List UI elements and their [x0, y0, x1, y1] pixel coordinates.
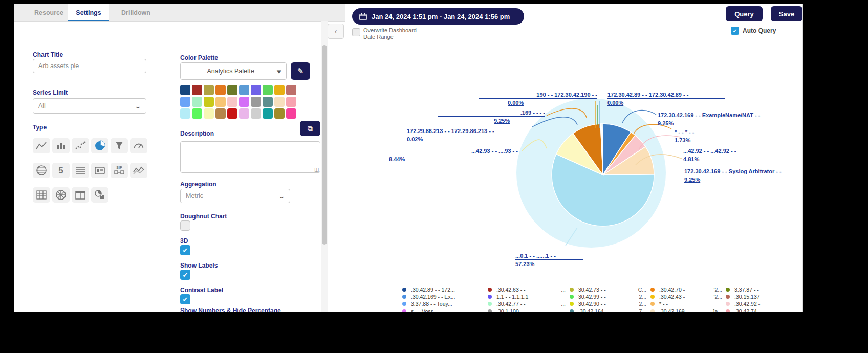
legend-item[interactable]: .30.42.89 - - 172...: [402, 286, 483, 293]
palette-swatch[interactable]: [251, 97, 261, 107]
pie-slice-percent[interactable]: 1.73%: [675, 137, 690, 143]
palette-swatch[interactable]: [192, 85, 202, 95]
palette-swatch[interactable]: [286, 97, 296, 107]
edit-palette-button[interactable]: ✎: [291, 62, 310, 80]
type-button-sip-topology[interactable]: SIP: [111, 163, 128, 178]
palette-swatch[interactable]: [180, 97, 190, 107]
pie-slice-label-text[interactable]: 172.30.42.169 - - ExampleName/NAT - -: [658, 112, 776, 119]
palette-swatch[interactable]: [274, 97, 285, 107]
pie-slice-percent[interactable]: 9.25%: [658, 120, 674, 126]
palette-swatch[interactable]: [180, 108, 190, 119]
chart-title-input[interactable]: Arb assets pie: [33, 59, 146, 73]
pie-slice-label-text[interactable]: 172.30.42.89 - - 172.30.42.89 - -: [607, 92, 725, 99]
toggle-checkbox-contrast-label[interactable]: ✔: [180, 294, 190, 304]
pie-slice-percent[interactable]: 0.00%: [508, 100, 524, 106]
type-button-pie-chart[interactable]: [91, 138, 108, 153]
palette-swatch[interactable]: [286, 108, 296, 119]
pie-slice-label-text[interactable]: 190 - - 172.30.42.190 - -: [479, 92, 597, 99]
legend-item[interactable]: .30.42.164 -7...: [570, 308, 646, 312]
palette-swatch[interactable]: [263, 108, 273, 119]
legend-item[interactable]: 30.42.90 - -2...: [570, 301, 646, 307]
pie-slice-label-text[interactable]: 172.30.42.169 - - Syslog Arbitrator - -: [684, 168, 800, 175]
tab-drilldown[interactable]: Drilldown: [114, 4, 158, 21]
left-panel-scrollbar-thumb[interactable]: [322, 45, 327, 245]
legend-item[interactable]: .30.42.43 -'2...: [650, 294, 722, 300]
overwrite-dashboard-checkbox[interactable]: [352, 28, 360, 36]
pie-slice-label-text[interactable]: ...42.92 - - ...42.92 - -: [683, 148, 766, 155]
description-textarea[interactable]: [180, 141, 320, 173]
palette-swatch[interactable]: [180, 85, 190, 95]
pie-slice-label-text[interactable]: .169 - - - -: [438, 109, 545, 117]
aggregation-select[interactable]: Metric ⌄: [180, 189, 290, 203]
tab-resource[interactable]: Resource: [30, 4, 68, 21]
palette-swatch[interactable]: [215, 85, 226, 95]
legend-item[interactable]: .30.42.92 -: [726, 301, 790, 307]
save-button[interactable]: Save: [771, 6, 802, 21]
palette-swatch[interactable]: [239, 97, 249, 107]
pie-slice-percent[interactable]: 9.25%: [494, 118, 510, 124]
legend-item[interactable]: 30.42.73 - -C...: [570, 286, 646, 293]
legend-item[interactable]: 30.42.99 - -2...: [570, 294, 646, 300]
palette-swatch[interactable]: [192, 108, 202, 119]
toggle-checkbox-doughnut-chart[interactable]: [180, 220, 190, 231]
palette-swatch[interactable]: [227, 97, 237, 107]
type-button-summary-table[interactable]: [72, 187, 89, 203]
pie-slice-label-text[interactable]: 172.29.86.213 - - 172.29.86.213 - -: [407, 128, 531, 135]
pie-slice-percent[interactable]: 57.23%: [515, 261, 534, 267]
pie-slice-label-text[interactable]: ...42.93 - - ....93 - -: [389, 148, 518, 155]
description-image-button[interactable]: ⧉: [300, 121, 320, 136]
type-button-radial-chart[interactable]: [52, 187, 70, 203]
palette-swatch[interactable]: [274, 85, 285, 95]
textarea-resize-handle[interactable]: ◫: [314, 167, 319, 172]
legend-item[interactable]: .30.42.70 -'2...: [650, 286, 722, 293]
pie-slice-percent[interactable]: 8.44%: [389, 156, 405, 162]
type-button-single-value[interactable]: 5: [52, 163, 70, 178]
palette-swatch[interactable]: [251, 108, 261, 119]
palette-swatch[interactable]: [251, 85, 261, 95]
legend-item[interactable]: * - -: [650, 301, 722, 307]
palette-swatch[interactable]: [215, 108, 226, 119]
type-button-map-chart[interactable]: [33, 163, 50, 178]
pie-slice-label-text[interactable]: * - - * - -: [675, 129, 710, 136]
legend-item[interactable]: s - - Voss - -: [402, 308, 483, 312]
palette-swatch[interactable]: [227, 108, 237, 119]
type-button-bar-chart[interactable]: [52, 138, 70, 153]
pie-slice-percent[interactable]: 9.25%: [684, 176, 700, 183]
legend-item[interactable]: .30.42.77 - -...: [488, 301, 566, 307]
palette-swatch[interactable]: [239, 85, 249, 95]
legend-item[interactable]: .30.1.100 - -...: [488, 308, 566, 312]
type-button-card-view[interactable]: [91, 163, 108, 178]
query-button[interactable]: Query: [726, 6, 763, 21]
palette-swatch[interactable]: [286, 85, 296, 95]
type-button-pie-bar-combo[interactable]: [91, 187, 108, 203]
auto-query-checkbox[interactable]: ✔: [731, 27, 739, 35]
legend-item[interactable]: 1.1 - - 1.1.1.1: [488, 294, 566, 300]
legend-item[interactable]: 3.37.88 - - Touy...: [402, 301, 483, 307]
legend-item[interactable]: .30.42.169 - - Ex...: [402, 294, 483, 300]
legend-item[interactable]: .30.42.74 -: [726, 308, 790, 312]
type-button-grid-table[interactable]: [33, 187, 50, 203]
pie-slice-percent[interactable]: 4.81%: [683, 156, 699, 162]
color-palette-select[interactable]: Analytics Palette ▾: [180, 62, 287, 80]
toggle-checkbox-show-labels[interactable]: ✔: [180, 270, 190, 280]
palette-swatch[interactable]: [263, 85, 273, 95]
palette-swatch[interactable]: [215, 97, 226, 107]
type-button-gauge-chart[interactable]: [130, 138, 147, 153]
toggle-checkbox-3d[interactable]: ✔: [180, 245, 190, 255]
palette-swatch[interactable]: [204, 85, 214, 95]
palette-swatch[interactable]: [227, 85, 237, 95]
series-limit-select[interactable]: All ⌄: [33, 98, 146, 114]
type-button-table[interactable]: [72, 163, 89, 178]
legend-item[interactable]: 3.37.87 - -: [726, 286, 790, 293]
palette-swatch[interactable]: [204, 108, 214, 119]
date-range-picker[interactable]: Jan 24, 2024 1:51 pm - Jan 24, 2024 1:56…: [352, 8, 524, 25]
type-button-line-chart[interactable]: [33, 138, 50, 153]
pie-slice-percent[interactable]: 0.02%: [407, 136, 423, 142]
type-button-funnel-chart[interactable]: [111, 138, 128, 153]
legend-item[interactable]: .30.42.63 - -...: [488, 286, 566, 293]
legend-item[interactable]: .30.15.137: [726, 294, 790, 300]
tab-settings[interactable]: Settings: [68, 4, 109, 21]
palette-swatch[interactable]: [263, 97, 273, 107]
palette-swatch[interactable]: [274, 108, 285, 119]
pie-slice-percent[interactable]: 0.00%: [607, 100, 623, 106]
